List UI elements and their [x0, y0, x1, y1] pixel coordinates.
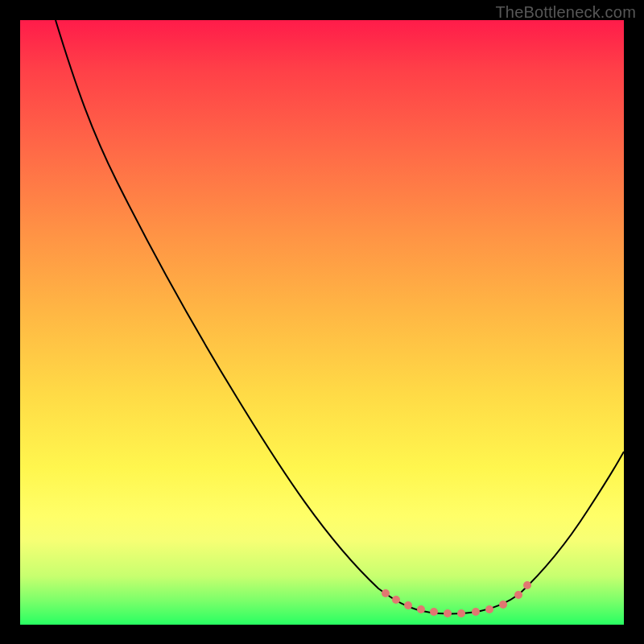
- svg-point-0: [382, 589, 390, 597]
- svg-point-4: [430, 608, 438, 616]
- svg-point-6: [457, 609, 465, 617]
- data-points: [382, 581, 531, 617]
- chart-area: [20, 20, 624, 625]
- svg-point-10: [514, 591, 522, 599]
- svg-point-7: [472, 608, 480, 616]
- svg-point-11: [523, 581, 531, 589]
- watermark-text: TheBottleneck.com: [495, 3, 636, 22]
- svg-point-5: [444, 609, 452, 617]
- svg-point-2: [404, 601, 412, 609]
- svg-point-8: [485, 605, 493, 613]
- svg-point-1: [392, 596, 400, 604]
- svg-point-3: [417, 605, 425, 613]
- curve-line: [56, 20, 624, 613]
- chart-svg: [20, 20, 624, 625]
- svg-point-9: [499, 601, 507, 609]
